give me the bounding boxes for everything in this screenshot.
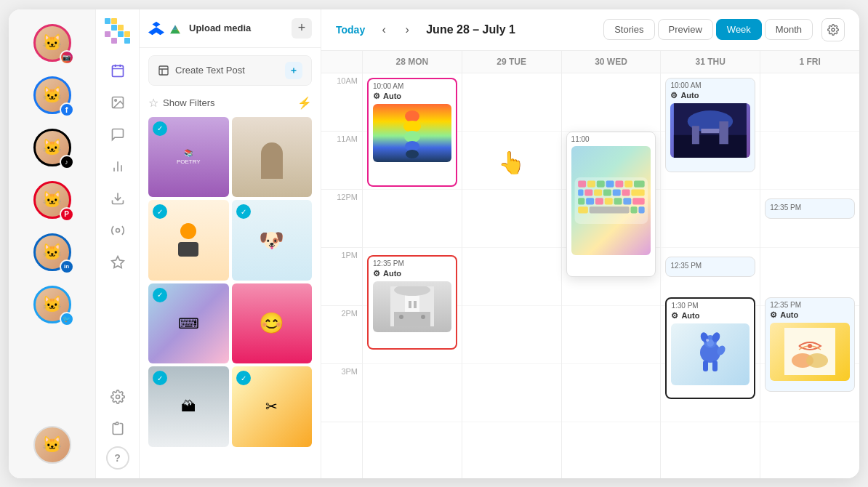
event-fri-title-auto: ⚙ Auto bbox=[770, 310, 850, 320]
social-account-instagram[interactable]: 🐱 📷 bbox=[31, 21, 74, 65]
svg-rect-55 bbox=[589, 206, 629, 213]
prev-week-button[interactable]: ‹ bbox=[374, 20, 394, 40]
svg-rect-63 bbox=[702, 129, 720, 133]
cloud-icons bbox=[148, 20, 183, 36]
event-thu-image bbox=[670, 103, 750, 158]
media-item-1[interactable]: ✓ 📚POETRY bbox=[148, 117, 229, 198]
nav-settings[interactable] bbox=[103, 382, 132, 411]
nav-chat[interactable] bbox=[103, 120, 132, 149]
nav-help[interactable]: ? bbox=[106, 446, 129, 470]
media-item-3[interactable]: ✓ bbox=[148, 200, 229, 281]
event-thu-time-1000: 10:00 AM bbox=[670, 81, 750, 89]
tab-week[interactable]: Week bbox=[716, 19, 762, 40]
expand-icon bbox=[289, 66, 298, 75]
nav-media[interactable] bbox=[103, 88, 132, 117]
day-slot-fri-10[interactable] bbox=[760, 73, 859, 132]
social-account-linkedin[interactable]: 🐱 in bbox=[31, 230, 74, 274]
social-account-twitter[interactable]: 🐱 🐦 bbox=[31, 283, 74, 326]
svg-rect-49 bbox=[595, 198, 603, 204]
day-slot-tue-11[interactable] bbox=[462, 132, 561, 190]
event-fri-auto[interactable]: 12:35 PM ⚙ Auto bbox=[765, 297, 855, 392]
day-header-wed: 30 WED bbox=[561, 51, 661, 73]
nav-download[interactable] bbox=[103, 184, 132, 213]
nav-lab[interactable] bbox=[103, 414, 132, 443]
nav-automation2[interactable] bbox=[103, 248, 132, 277]
nav-analytics[interactable] bbox=[103, 152, 132, 181]
svg-rect-43 bbox=[603, 189, 611, 196]
time-slots: 10AM 11AM 12PM 1PM 2PM 3PM bbox=[321, 73, 362, 478]
day-slot-tue-3[interactable] bbox=[462, 364, 561, 422]
day-slot-tue-2[interactable] bbox=[462, 306, 561, 364]
next-week-button[interactable]: › bbox=[397, 20, 417, 40]
event-thu-1000[interactable]: 10:00 AM ⚙ Auto bbox=[665, 78, 755, 172]
event-thu-title-1000: ⚙ Auto bbox=[670, 91, 750, 100]
svg-rect-51 bbox=[614, 198, 622, 204]
tab-preview[interactable]: Preview bbox=[658, 19, 713, 40]
social-account-facebook[interactable]: 🐱 f bbox=[31, 73, 74, 117]
filter-icon: ⚡ bbox=[297, 96, 312, 110]
day-slot-mon-3[interactable] bbox=[363, 364, 462, 422]
day-slot-wed-3[interactable] bbox=[562, 364, 661, 422]
media-item-4[interactable]: ✓ 🐶 bbox=[232, 200, 313, 281]
day-slot-wed-2[interactable] bbox=[562, 306, 661, 364]
tab-month[interactable]: Month bbox=[765, 19, 813, 40]
nav-calendar[interactable] bbox=[103, 56, 132, 85]
filter-bar[interactable]: ☆ Show Filters ⚡ bbox=[148, 96, 312, 110]
day-slot-wed-10[interactable] bbox=[562, 73, 661, 132]
svg-rect-27 bbox=[414, 301, 417, 308]
nav-automation1[interactable] bbox=[103, 216, 132, 245]
calendar-settings-button[interactable] bbox=[821, 18, 845, 41]
svg-rect-29 bbox=[394, 312, 430, 326]
add-media-button[interactable]: + bbox=[292, 18, 312, 39]
svg-rect-42 bbox=[594, 189, 602, 196]
svg-rect-37 bbox=[615, 180, 623, 187]
media-item-6[interactable]: 😊 bbox=[232, 283, 313, 364]
platform-badge-facebook: f bbox=[60, 102, 74, 117]
tab-stories[interactable]: Stories bbox=[603, 19, 654, 40]
svg-rect-44 bbox=[612, 189, 620, 196]
media-item-7[interactable]: ✓ 🏔 bbox=[148, 366, 229, 447]
event-thu-title-130: ⚙ Auto bbox=[671, 311, 750, 321]
svg-rect-59 bbox=[674, 134, 747, 157]
app-logo[interactable] bbox=[105, 18, 131, 44]
day-slot-tue-12[interactable] bbox=[462, 190, 561, 248]
interior-svg bbox=[390, 286, 434, 326]
media-item-8[interactable]: ✓ ✂ bbox=[232, 366, 313, 447]
media-item-5[interactable]: ✓ ⌨ bbox=[148, 283, 229, 364]
media-item-2[interactable] bbox=[232, 117, 313, 198]
day-slot-mon-12[interactable] bbox=[363, 190, 462, 248]
day-header-tue: 29 TUE bbox=[462, 51, 561, 73]
day-slot-fri-11[interactable] bbox=[760, 132, 859, 190]
svg-rect-53 bbox=[632, 198, 644, 204]
event-keyboard-image bbox=[571, 146, 651, 255]
create-post-bar[interactable]: Create Text Post bbox=[148, 55, 312, 86]
day-slot-thu-12[interactable] bbox=[661, 190, 760, 248]
day-header-mon: 28 MON bbox=[362, 51, 462, 73]
upload-media-button[interactable]: Upload media bbox=[189, 23, 286, 33]
media-panel: Upload media + Create Text Post ☆ Show F… bbox=[140, 9, 321, 478]
create-post-expand[interactable] bbox=[285, 62, 302, 79]
svg-rect-39 bbox=[634, 180, 645, 187]
day-slot-tue-1[interactable] bbox=[462, 248, 561, 306]
social-account-pinterest[interactable]: 🐱 P bbox=[31, 178, 74, 222]
user-avatar[interactable]: 🐱 bbox=[31, 423, 74, 467]
social-account-tiktok[interactable]: 🐱 ♪ bbox=[31, 126, 74, 169]
svg-rect-57 bbox=[638, 206, 644, 213]
svg-rect-35 bbox=[596, 180, 604, 187]
svg-rect-41 bbox=[584, 189, 592, 196]
svg-rect-34 bbox=[587, 180, 595, 187]
sculpture-svg bbox=[398, 108, 427, 158]
media-grid: ✓ 📚POETRY ✓ bbox=[140, 117, 321, 447]
event-wed-1100[interactable]: 11:00 bbox=[566, 132, 656, 277]
today-button[interactable]: Today bbox=[336, 24, 365, 36]
event-mon-1000[interactable]: 10:00 AM ⚙ Auto bbox=[367, 78, 457, 187]
calendar-header: Today ‹ › June 28 – July 1 Stories Previ… bbox=[321, 9, 859, 51]
time-11am: 11AM bbox=[321, 132, 362, 190]
event-thu-130[interactable]: 1:30 PM ⚙ Auto bbox=[665, 297, 755, 399]
event-thu-1235[interactable]: 12:35 PM bbox=[665, 257, 755, 277]
day-column-thu: 10:00 AM ⚙ Auto bbox=[660, 73, 760, 478]
event-mon-1235[interactable]: 12:35 PM ⚙ Auto bbox=[367, 255, 457, 350]
event-fri-1235[interactable]: 12:35 PM bbox=[765, 198, 855, 219]
day-slot-tue-10[interactable] bbox=[462, 73, 561, 132]
create-post-icon bbox=[158, 65, 169, 76]
